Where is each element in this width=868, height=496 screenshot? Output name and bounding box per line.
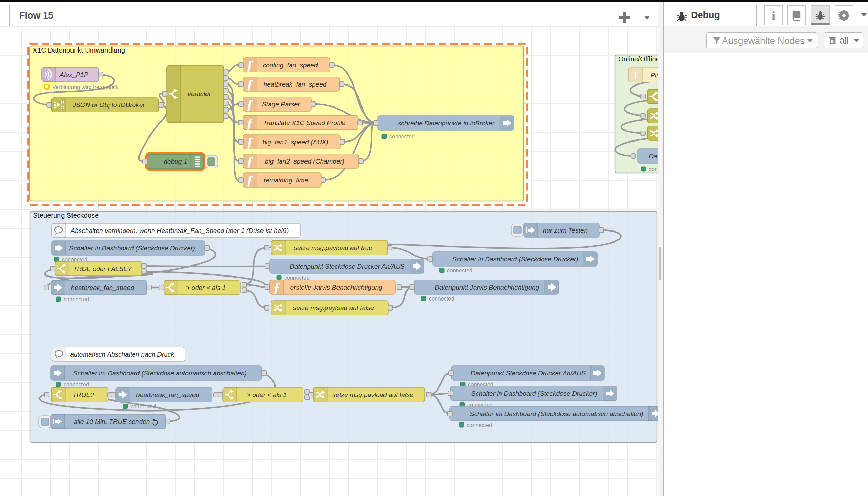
svg-text:automatisch Abschalten nach Dr: automatisch Abschalten nach Druck (70, 351, 175, 358)
svg-text:ƒ: ƒ (246, 154, 253, 169)
svg-text:setze msg.payload auf false: setze msg.payload auf false (332, 391, 413, 398)
svg-text:Schalter in Dashboard (Steckdo: Schalter in Dashboard (Steckdose Drucker… (471, 390, 597, 397)
svg-text:ƒ: ƒ (246, 77, 253, 92)
svg-text:Schalter im Dashboard (Steckdo: Schalter im Dashboard (Steckdose automat… (470, 410, 643, 417)
svg-text:big_fan1_speed (AUX): big_fan1_speed (AUX) (262, 138, 328, 146)
svg-text:schreibe Datenpunkte in ioBrok: schreibe Datenpunkte in ioBroker (398, 120, 495, 127)
svg-text:connected: connected (131, 404, 156, 409)
svg-text:erstelle Jarvis Benachrichtigu: erstelle Jarvis Benachrichtigung (290, 284, 382, 291)
svg-text:Datenpunkt Steckdose Drucker A: Datenpunkt Steckdose Drucker An/AUS (290, 263, 405, 270)
svg-text:heatbreak_fan_speed: heatbreak_fan_speed (136, 391, 200, 398)
svg-text:Datenpunkt Jarvis Benachrichti: Datenpunkt Jarvis Benachrichtigung (435, 284, 539, 291)
svg-text:Schalter in Dashboard (Steckdo: Schalter in Dashboard (Steckdose Drucker… (69, 245, 195, 252)
svg-text:Schalter in Dashboard (Steckdo: Schalter in Dashboard (Steckdose Drucker… (452, 256, 578, 263)
svg-text:Ping: Ping (650, 71, 658, 79)
svg-text:Abschalten verhindern, wenn He: Abschalten verhindern, wenn Heatbreak_Fa… (70, 227, 289, 234)
svg-text:X1C Datenpunkt Umwandlung: X1C Datenpunkt Umwandlung (33, 46, 125, 54)
svg-text:connected: connected (64, 382, 89, 387)
svg-text:ƒ: ƒ (246, 57, 253, 73)
svg-text:connected: connected (447, 268, 472, 273)
svg-text:ƒ: ƒ (246, 115, 253, 131)
svg-text:ƒ: ƒ (246, 172, 253, 188)
svg-text:ƒ: ƒ (273, 280, 280, 295)
svg-text:connected: connected (64, 296, 89, 302)
svg-text:big_fan2_speed (Chamber): big_fan2_speed (Chamber) (265, 158, 344, 165)
svg-text:Schalter im Dashboard (Steckdo: Schalter im Dashboard (Steckdose automat… (73, 370, 247, 377)
svg-text:heatbreak_fan_speed: heatbreak_fan_speed (71, 284, 135, 291)
svg-text:setze msg.payload auf false: setze msg.payload auf false (293, 304, 374, 312)
svg-text:Translate X1C Speed Profile: Translate X1C Speed Profile (263, 119, 345, 126)
svg-text:TRUE?: TRUE? (73, 391, 94, 398)
svg-text:connected: connected (389, 134, 415, 139)
svg-text:> oder < als 1: > oder < als 1 (186, 284, 226, 291)
svg-text:cooling_fan_speed: cooling_fan_speed (263, 61, 318, 69)
svg-text:connected: connected (467, 422, 492, 428)
svg-text:heatbreak_fan_speed: heatbreak_fan_speed (264, 81, 327, 88)
svg-text:JSON or Obj to IOBroker: JSON or Obj to IOBroker (72, 101, 145, 109)
svg-text:ƒ: ƒ (246, 134, 253, 150)
svg-text:Verbindung wird hergestellt: Verbindung wird hergestellt (52, 84, 119, 90)
svg-text:remaining_time: remaining_time (264, 177, 308, 184)
svg-text:Steuerung Steckdose: Steuerung Steckdose (33, 212, 99, 219)
svg-text:setze msg.payload auf true: setze msg.payload auf true (294, 244, 372, 251)
svg-text:connected: connected (649, 166, 658, 172)
svg-text:alle 10 Min. TRUE senden: alle 10 Min. TRUE senden (74, 418, 150, 425)
svg-text:ƒ: ƒ (246, 97, 253, 112)
svg-text:connected: connected (429, 296, 454, 302)
svg-text:> oder < als 1: > oder < als 1 (247, 391, 287, 398)
svg-text:TRUE oder FALSE?: TRUE oder FALSE? (73, 265, 132, 272)
svg-text:Alex_P1P: Alex_P1P (59, 71, 88, 78)
svg-text:!: ! (634, 69, 637, 81)
svg-text:Online/Offline Drucker: Online/Offline Drucker (618, 55, 658, 63)
svg-text:debug 1: debug 1 (164, 158, 187, 165)
svg-text:Datenpunkt Steckdose Drucker A: Datenpunkt Steckdose Drucker An/AUS (470, 370, 586, 377)
svg-text:Stage Parser: Stage Parser (262, 101, 300, 108)
svg-text:nur zum Testen: nur zum Testen (543, 227, 588, 234)
svg-text:Da: Da (649, 153, 657, 160)
svg-text:Verteiler: Verteiler (187, 90, 211, 98)
